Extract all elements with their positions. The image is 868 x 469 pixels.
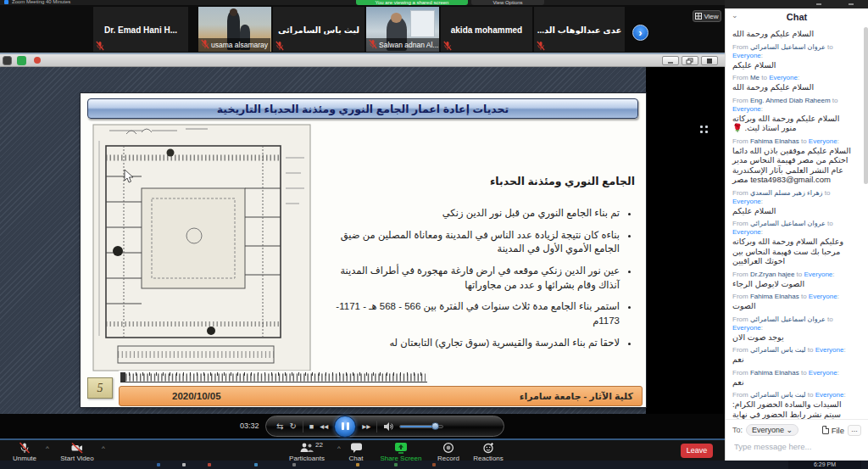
view-button-label: View xyxy=(704,13,718,20)
taskbar-app-icon[interactable] xyxy=(356,463,359,466)
volume-slider[interactable] xyxy=(399,425,443,428)
file-icon xyxy=(822,426,829,434)
close-icon[interactable] xyxy=(849,3,854,5)
chat-message-body: الصوت لايوصل الرجاء xyxy=(732,279,858,289)
chat-message-meta: From عروان اسماعيل السامرائي to Everyone… xyxy=(732,315,858,332)
slide-page-number: 5 xyxy=(87,377,113,399)
share-screen-button[interactable]: Share Screen xyxy=(375,442,427,462)
chat-message-list: السلام عليكم ورحمة اللهFrom عروان اسماعي… xyxy=(726,27,861,420)
to-label: To: xyxy=(732,426,743,434)
participant-tile[interactable]: usama alsamaray xyxy=(198,7,271,52)
taskbar-app-icon[interactable] xyxy=(394,463,398,466)
muted-mic-icon xyxy=(537,39,546,50)
record-dot-icon xyxy=(34,57,41,64)
media-player-bar: 03:32 ⇆ ↻ ■ ◂◂ ▸▸ xyxy=(0,414,725,438)
chat-message-input[interactable] xyxy=(732,441,860,452)
shield-check-icon xyxy=(17,56,26,65)
unmute-button[interactable]: Unmute xyxy=(5,442,44,462)
minimize-button[interactable] xyxy=(662,56,679,65)
chat-message-body: نعم xyxy=(732,377,858,388)
slide-bullet: تم بناء الجامع النوري من قبل نور الدين ز… xyxy=(323,206,620,221)
chat-bubble-icon xyxy=(350,442,363,454)
taskbar-app-icon[interactable] xyxy=(157,463,160,466)
chat-message: From Dr.Zryan hajee to Everyone:الصوت لا… xyxy=(732,271,858,289)
chat-message: From ليث ياس السامرائي to Everyone:السيد… xyxy=(732,391,858,420)
slide-heading: الجامع النوري ومئذنة الحدباء xyxy=(323,175,635,187)
chat-message: From Me to Everyone:السلام عليكم ورحمة ا… xyxy=(732,74,858,92)
fast-forward-button[interactable]: ▸▸ xyxy=(362,422,370,431)
chat-message-body: السلام عليكم موفقين باذن الله دائما اختك… xyxy=(732,146,858,185)
chat-message: From Fahima Elnahas to Everyone:الصوت xyxy=(732,293,858,311)
pause-button[interactable] xyxy=(334,416,356,438)
chat-message-meta: From ليث ياس السامرائي to Everyone: xyxy=(732,346,858,355)
chat-message: From زهراء زهير مسلم السعدي to Everyone:… xyxy=(732,189,858,216)
close-icon xyxy=(705,58,714,64)
chat-message-meta: From Fahima Elnahas to Everyone: xyxy=(732,369,858,377)
participant-tile[interactable]: ليث ياس السامرائي xyxy=(273,7,364,52)
close-button[interactable] xyxy=(701,56,718,65)
unmute-options-caret[interactable]: ^ xyxy=(46,444,49,452)
slide-bullet: لاحقا تم بناء المدرسة والقيسرية (سوق تجا… xyxy=(323,336,620,350)
view-button[interactable]: View xyxy=(693,10,721,22)
video-options-caret[interactable]: ^ xyxy=(102,444,105,452)
chat-message: From عروان اسماعيل السامرائي to Everyone… xyxy=(732,220,858,266)
shared-screen-area: تحديات إعادة اعمار الجامع النوري ومئذنة … xyxy=(0,53,725,414)
taskbar-app-icon[interactable] xyxy=(208,463,211,466)
stage-black-margin xyxy=(646,67,725,414)
participants-button[interactable]: Participants xyxy=(283,442,331,462)
taskbar-app-icon[interactable] xyxy=(292,463,296,466)
participant-tile[interactable]: ...عدي عبدالوهاب الد xyxy=(534,7,625,52)
record-icon xyxy=(442,442,454,454)
next-participants-button[interactable]: › xyxy=(632,25,648,41)
chat-message: From Eng. Ahmed Diab Raheem to Everyone:… xyxy=(732,97,858,133)
chat-panel: ⌄ Chat السلام عليكم ورحمة اللهFrom عروان… xyxy=(725,8,868,461)
shuffle-button[interactable]: ⇆ xyxy=(276,422,283,431)
participants-count: 22 xyxy=(315,441,323,449)
media-controls: ⇆ ↻ ■ ◂◂ ▸▸ xyxy=(265,416,504,437)
record-button[interactable]: Record xyxy=(431,442,466,462)
reactions-button[interactable]: Reactions xyxy=(468,442,509,462)
chat-message: From عروان اسماعيل السامرائي to Everyone… xyxy=(732,315,858,343)
chat-message: From ليث ياس السامرائي to Everyone:نعم xyxy=(732,346,858,365)
participant-tile[interactable]: akida mohammed xyxy=(441,7,532,52)
participant-name: usama alsamaray xyxy=(211,41,268,49)
mosque-floor-plan-image xyxy=(92,124,311,371)
chat-message: From Fahima Elnahas to Everyone:السلام ع… xyxy=(732,137,858,185)
chat-message-meta: From زهراء زهير مسلم السعدي to Everyone: xyxy=(732,189,858,206)
rewind-button[interactable]: ◂◂ xyxy=(320,422,328,431)
chat-message-meta: From Me to Everyone: xyxy=(732,74,858,82)
slideshow-handle-icon[interactable] xyxy=(700,126,709,134)
chat-button[interactable]: Chat xyxy=(339,442,373,462)
chat-message-body: السلام عليكم xyxy=(732,206,858,216)
participant-tile[interactable]: Dr. Emad Hani H... xyxy=(93,7,188,52)
chat-message-meta: From Dr.Zryan hajee to Everyone: xyxy=(732,271,858,279)
mouse-cursor xyxy=(124,170,134,183)
more-options-button[interactable]: ... xyxy=(848,425,861,436)
popout-icon[interactable] xyxy=(816,3,821,5)
chat-message: السلام عليكم ورحمة الله xyxy=(732,29,858,39)
volume-slider-knob[interactable] xyxy=(431,422,439,430)
restore-button[interactable] xyxy=(682,56,698,65)
elevation-drawing-image xyxy=(119,371,429,384)
participant-name: ليث ياس السامرائي xyxy=(273,25,364,34)
repeat-button[interactable]: ↻ xyxy=(289,422,296,431)
minimize-icon xyxy=(666,58,675,64)
chat-message-body: السلام عليكم ورحمة الله وبركاته 🌹 .منور … xyxy=(732,114,858,133)
participant-name: akida mohammed xyxy=(441,25,532,34)
chat-message: From Fahima Elnahas to Everyone:نعم xyxy=(732,369,858,388)
chat-title: Chat xyxy=(726,12,868,22)
taskbar-app-icon[interactable] xyxy=(182,463,186,466)
chat-scrollbar[interactable] xyxy=(864,27,868,184)
taskbar-app-icon[interactable] xyxy=(254,463,258,466)
taskbar-app-icon[interactable] xyxy=(432,463,436,466)
speaker-icon[interactable] xyxy=(383,422,393,432)
app-icon xyxy=(3,56,12,65)
file-button[interactable]: File xyxy=(822,426,844,435)
leave-button[interactable]: Leave xyxy=(681,444,713,458)
recipient-dropdown[interactable]: Everyone ⌄ xyxy=(746,424,798,436)
start-video-button[interactable]: Start Video xyxy=(54,442,100,462)
chat-header: ⌄ Chat xyxy=(726,8,868,25)
stop-button[interactable]: ■ xyxy=(309,422,314,431)
chat-message: From عروان اسماعيل السامرائي to Everyone… xyxy=(732,43,858,70)
participant-tile[interactable]: Salwan adnan Al... xyxy=(366,7,439,52)
